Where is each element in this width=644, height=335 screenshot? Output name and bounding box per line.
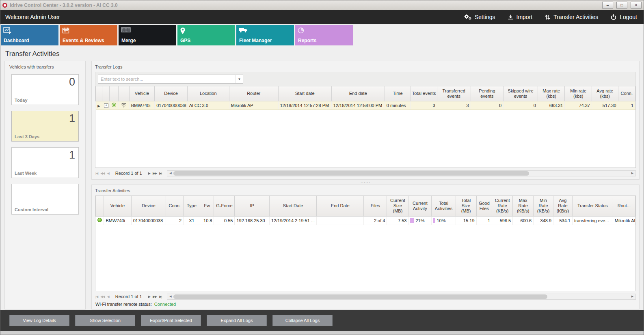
- scroll-right-icon[interactable]: ▶: [629, 295, 635, 298]
- combo-dropdown-icon[interactable]: ▼: [236, 75, 243, 83]
- splitter-handle[interactable]: ······: [91, 180, 640, 185]
- logout-button[interactable]: Logout: [610, 14, 637, 20]
- scrollbar-thumb[interactable]: [173, 294, 547, 299]
- col-vehicle[interactable]: Vehicle: [129, 86, 155, 101]
- scrollbar-thumb[interactable]: [173, 171, 529, 176]
- view-log-details-button[interactable]: View Log Details: [9, 315, 69, 326]
- close-button[interactable]: ×: [631, 2, 642, 9]
- col-device[interactable]: Device: [155, 86, 188, 101]
- col-fw[interactable]: Fw: [200, 196, 214, 216]
- cell-vehicle: BMW740i: [129, 101, 155, 110]
- col-router[interactable]: Rout...: [613, 196, 635, 216]
- col-start-date[interactable]: Start date: [278, 86, 331, 101]
- logs-find-panel: ▼: [95, 72, 636, 86]
- logs-table-row[interactable]: ▶ +: [96, 101, 635, 110]
- col-total-activities[interactable]: Total Activities: [432, 196, 456, 216]
- filter-card-last-3-days[interactable]: 1 Last 3 Days: [11, 111, 79, 142]
- cell-device: 017040000038: [131, 216, 166, 225]
- pager-next-icon[interactable]: ▶: [148, 172, 151, 175]
- col-files[interactable]: Files: [364, 196, 387, 216]
- col-total-size[interactable]: Total Size (MB): [456, 196, 476, 216]
- filter-card-custom-interval[interactable]: Custom Interval: [11, 184, 79, 215]
- col-min-rate[interactable]: Min rate (kbs): [565, 86, 592, 101]
- col-device[interactable]: Device: [131, 196, 166, 216]
- pager-next-page-icon[interactable]: ▶▶: [152, 295, 157, 298]
- total-activities-progress: 10%: [432, 216, 456, 225]
- import-button[interactable]: Import: [508, 14, 533, 20]
- expand-all-logs-button[interactable]: Expand All Logs: [207, 315, 267, 326]
- col-good-files[interactable]: Good Files: [476, 196, 492, 216]
- show-selection-button[interactable]: Show Selection: [75, 315, 135, 326]
- pager-next-icon[interactable]: ▶: [148, 295, 151, 298]
- pager-last-icon[interactable]: ▶|: [159, 295, 162, 298]
- col-vehicle[interactable]: Vehicle: [104, 196, 131, 216]
- pager-next-page-icon[interactable]: ▶▶: [152, 172, 157, 175]
- activities-table-row[interactable]: BMW740i 017040000038 2 X1 10.8 0.55 192.…: [96, 216, 635, 225]
- tab-reports[interactable]: Reports: [295, 25, 353, 45]
- maximize-button[interactable]: □: [616, 2, 627, 9]
- cell-min-rate: 74.37: [565, 101, 592, 110]
- col-start-date[interactable]: Start Date: [270, 196, 317, 216]
- filter-card-today[interactable]: 0 Today: [11, 74, 79, 105]
- progress-label: 21%: [414, 218, 424, 223]
- pager-prev-icon[interactable]: ◀: [107, 295, 110, 298]
- pager-first-icon[interactable]: |◀: [95, 295, 98, 298]
- tab-dashboard[interactable]: Dashboard: [1, 25, 58, 45]
- col-current-activity[interactable]: Current Activity: [408, 196, 432, 216]
- col-current-size[interactable]: Current Size (MB): [387, 196, 408, 216]
- tab-events-reviews[interactable]: Events & Reviews: [60, 25, 117, 45]
- cell-time: 0 minutes: [385, 101, 411, 110]
- search-input[interactable]: [98, 75, 236, 83]
- col-conn[interactable]: Conn.: [618, 86, 635, 101]
- pager-last-icon[interactable]: ▶|: [159, 172, 162, 175]
- col-current-rate[interactable]: Current Rate (KB/s): [492, 196, 513, 216]
- wifi-icon: [121, 103, 127, 108]
- connection-status-icon: [97, 218, 102, 222]
- col-location[interactable]: Location: [187, 86, 229, 101]
- cell-skipped-wire-events: 0: [504, 101, 538, 110]
- scroll-right-icon[interactable]: ▶: [629, 172, 635, 175]
- cell-device: 017040000038: [155, 101, 188, 110]
- col-router[interactable]: Router: [229, 86, 278, 101]
- col-skipped-wire-events[interactable]: Skipped wire events: [504, 86, 538, 101]
- pager-prev-page-icon[interactable]: ◀◀: [100, 295, 105, 298]
- col-pending-events[interactable]: Pending events: [471, 86, 504, 101]
- col-ip[interactable]: IP: [235, 196, 270, 216]
- col-min-rate[interactable]: Min Rate (KB/s): [534, 196, 553, 216]
- pager-prev-page-icon[interactable]: ◀◀: [100, 172, 105, 175]
- status-dot-header: [96, 196, 104, 216]
- col-transfer-status[interactable]: Transfer Status: [572, 196, 613, 216]
- transfer-activities-button[interactable]: Transfer Activities: [545, 14, 598, 20]
- tab-merge[interactable]: Merge: [119, 25, 176, 45]
- scroll-left-icon[interactable]: ◀: [167, 172, 173, 175]
- transfer-logs-panel: Transfer Logs ▼: [91, 61, 640, 180]
- export-print-selected-button[interactable]: Export/Print Selected: [141, 315, 201, 326]
- filter-card-last-week[interactable]: 1 Last Week: [11, 147, 79, 178]
- logs-horizontal-scrollbar[interactable]: ◀ ▶: [167, 170, 636, 176]
- scroll-left-icon[interactable]: ◀: [167, 295, 173, 298]
- col-total-events[interactable]: Total events: [411, 86, 437, 101]
- col-g-force[interactable]: G-Force: [214, 196, 235, 216]
- col-avg-rate[interactable]: Avg rate (kbs): [592, 86, 618, 101]
- collapse-all-logs-button[interactable]: Collapse All Logs: [272, 315, 333, 326]
- col-max-rate[interactable]: Max Rate (KB/s): [513, 196, 534, 216]
- tab-fleet-manager[interactable]: Fleet Manager: [236, 25, 294, 45]
- gears-icon: [464, 14, 472, 20]
- col-end-date[interactable]: End date: [331, 86, 385, 101]
- pager-prev-icon[interactable]: ◀: [107, 172, 110, 175]
- col-avg-rate[interactable]: Avg Rate (KB/s): [553, 196, 573, 216]
- col-type[interactable]: Type: [184, 196, 200, 216]
- col-conn[interactable]: Conn.: [166, 196, 184, 216]
- settings-button[interactable]: Settings: [464, 14, 495, 20]
- activities-empty-area: [95, 225, 635, 291]
- col-time[interactable]: Time: [385, 86, 411, 101]
- tab-gps[interactable]: GPS: [177, 25, 235, 45]
- expand-row-button[interactable]: +: [104, 103, 108, 108]
- minimize-button[interactable]: –: [602, 2, 613, 9]
- activities-horizontal-scrollbar[interactable]: ◀ ▶: [167, 294, 636, 300]
- pager-first-icon[interactable]: |◀: [95, 172, 98, 175]
- col-end-date[interactable]: End Date: [317, 196, 364, 216]
- col-max-rate[interactable]: Max rate (kbs): [538, 86, 565, 101]
- cell-end-date: 12/18/2014 12:58:00 PM: [331, 101, 385, 110]
- col-transferred-events[interactable]: Transferred events: [437, 86, 471, 101]
